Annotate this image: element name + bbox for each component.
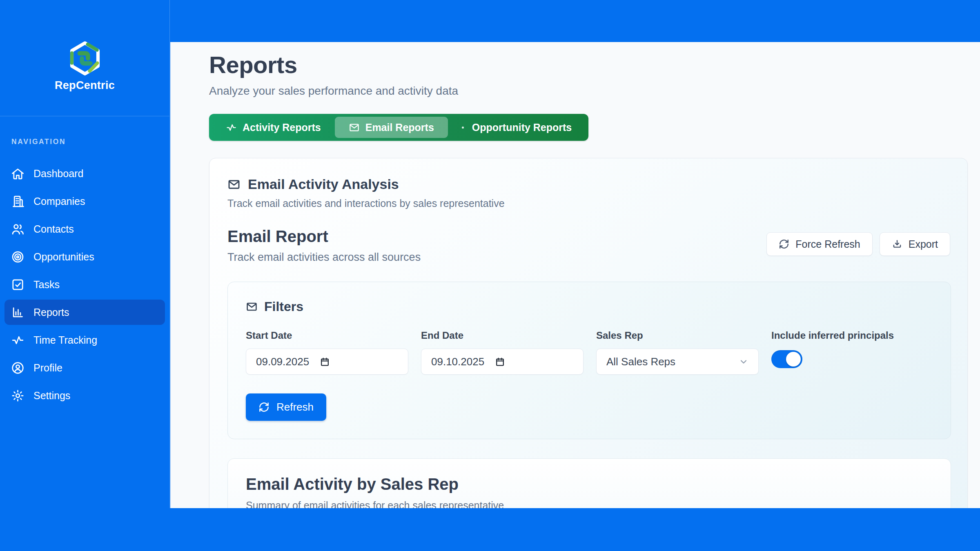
filters-title: Filters [264,299,303,314]
user-circle-icon [11,361,24,375]
tab-opportunity-reports[interactable]: Opportunity Reports [448,117,586,138]
email-activity-by-rep-card: Email Activity by Sales Rep Summary of e… [227,458,951,508]
end-date-input[interactable]: 09.10.2025 [421,349,584,375]
sidebar-item-contacts[interactable]: Contacts [4,216,165,242]
toggle-knob [786,352,801,367]
brand-name: RepCentric [55,79,115,92]
refresh-button[interactable]: Refresh [246,393,326,421]
report-tabbar: Activity Reports Email Reports Opportuni… [209,114,588,141]
nav-section-label: NAVIGATION [11,138,169,146]
dot-icon [462,127,464,129]
target-icon [11,250,24,264]
sales-rep-select[interactable]: All Sales Reps [596,349,759,375]
repcentric-logo-icon [68,41,102,76]
email-report-row: Email Report Track email activities acro… [227,227,950,264]
filters-card: Filters Start Date 09.09.2025 End Date 0… [227,282,951,439]
sales-rep-label: Sales Rep [596,330,759,341]
activity-icon [226,122,237,133]
include-inferred-principals-toggle[interactable] [771,350,802,368]
calendar-icon[interactable] [495,357,505,367]
sidebar-item-label: Opportunities [33,251,94,263]
end-date-label: End Date [421,330,584,341]
force-refresh-button[interactable]: Force Refresh [766,232,872,256]
calendar-icon[interactable] [320,357,330,367]
house-icon [11,167,24,180]
nav-menu: Dashboard Companies Contacts Opportuniti… [0,161,169,408]
sidebar-item-settings[interactable]: Settings [4,383,165,408]
check-square-icon [11,278,24,291]
sidebar-item-profile[interactable]: Profile [4,355,165,380]
content-panel: Reports Analyze your sales performance a… [170,42,980,508]
summary-subtitle: Summary of email activities for each sal… [246,500,933,508]
include-inferred-field: Include inferred principals [771,330,933,375]
email-activity-analysis-card: Email Activity Analysis Track email acti… [209,158,968,508]
email-report-subtitle: Track email activities across all source… [227,251,421,264]
refresh-icon [779,239,789,249]
sidebar-item-label: Profile [33,362,62,374]
page-title: Reports [209,51,967,78]
start-date-field: Start Date 09.09.2025 [246,330,408,375]
sidebar: RepCentric NAVIGATION Dashboard Companie… [0,0,170,508]
email-report-title: Email Report [227,227,421,246]
sidebar-item-label: Time Tracking [33,334,97,346]
sidebar-item-label: Companies [33,196,85,207]
end-date-value: 09.10.2025 [431,355,484,368]
start-date-value: 09.09.2025 [256,355,309,368]
mail-icon [349,122,360,133]
sidebar-item-time-tracking[interactable]: Time Tracking [4,327,165,353]
sidebar-item-companies[interactable]: Companies [4,189,165,214]
sidebar-item-reports[interactable]: Reports [4,300,165,325]
analysis-header: Email Activity Analysis [227,176,950,192]
refresh-label: Refresh [276,401,314,413]
users-icon [11,222,24,236]
page-subtitle: Analyze your sales performance and activ… [209,84,967,98]
sidebar-item-label: Reports [33,307,69,318]
start-date-label: Start Date [246,330,408,341]
sidebar-item-dashboard[interactable]: Dashboard [4,161,165,186]
activity-icon [11,333,24,347]
chevron-down-icon [739,357,748,367]
end-date-field: End Date 09.10.2025 [421,330,584,375]
export-button[interactable]: Export [880,232,950,256]
sales-rep-field: Sales Rep All Sales Reps [596,330,759,375]
export-label: Export [909,238,938,250]
building-icon [11,195,24,208]
sidebar-item-opportunities[interactable]: Opportunities [4,244,165,269]
summary-title: Email Activity by Sales Rep [246,475,933,493]
filter-grid: Start Date 09.09.2025 End Date 09.10.202… [246,330,933,375]
sidebar-item-label: Contacts [33,223,74,235]
mail-icon [246,301,258,313]
tab-label: Opportunity Reports [472,122,572,133]
mail-icon [227,178,241,191]
analysis-subtitle: Track email activities and interactions … [227,198,950,209]
tab-email-reports[interactable]: Email Reports [335,117,448,138]
sidebar-item-label: Settings [33,390,70,402]
start-date-input[interactable]: 09.09.2025 [246,349,408,375]
force-refresh-label: Force Refresh [795,238,860,250]
report-actions: Force Refresh Export [766,232,950,256]
sidebar-item-tasks[interactable]: Tasks [4,272,165,297]
refresh-icon [258,402,270,413]
sales-rep-value: All Sales Reps [606,355,675,368]
analysis-title: Email Activity Analysis [248,176,399,192]
filters-header: Filters [246,299,933,314]
brand: RepCentric [0,0,169,116]
sidebar-item-label: Tasks [33,279,60,291]
tab-label: Activity Reports [243,122,321,133]
bar-chart-icon [11,306,24,319]
download-icon [892,239,902,249]
tab-label: Email Reports [365,122,434,133]
include-inferred-label: Include inferred principals [771,330,933,341]
gear-icon [11,389,24,402]
sidebar-item-label: Dashboard [33,168,83,180]
tab-activity-reports[interactable]: Activity Reports [212,117,335,138]
